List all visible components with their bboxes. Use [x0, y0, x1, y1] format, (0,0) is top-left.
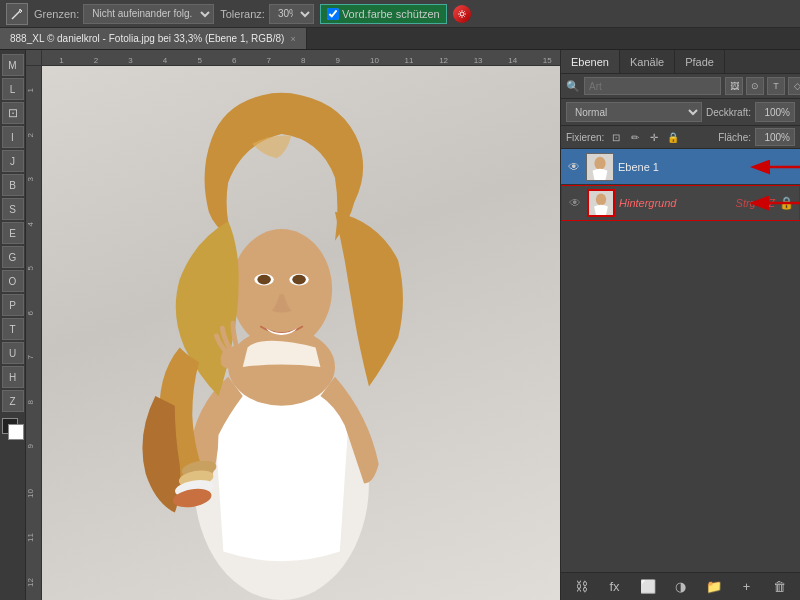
svg-point-18: [596, 194, 606, 206]
tools-panel: M L ⊡ I J B S E G O P T U H Z: [0, 50, 26, 600]
ruler-corner: [26, 50, 42, 66]
gradient-tool[interactable]: G: [2, 246, 24, 268]
brush-tool[interactable]: B: [2, 174, 24, 196]
toolbar: Grenzen: Nicht aufeinander folg. Toleran…: [0, 0, 800, 28]
toleranz-select[interactable]: 30%: [269, 4, 314, 24]
layer-thumbnail-ebene1: [586, 153, 614, 181]
text-tool[interactable]: T: [2, 318, 24, 340]
tab-kanaele[interactable]: Kanäle: [620, 50, 675, 73]
faeche-input[interactable]: [755, 128, 795, 146]
toleranz-group: Toleranz: 30%: [220, 4, 314, 24]
layer-visibility-hintergrund[interactable]: 👁: [567, 195, 583, 211]
blend-opacity-row: Normal Deckkraft:: [561, 99, 800, 126]
layer-name-hintergrund: Hintergrund: [619, 197, 728, 209]
add-mask-button[interactable]: ⬜: [638, 577, 658, 597]
grenzen-label: Grenzen:: [34, 8, 79, 20]
shape-tool[interactable]: U: [2, 342, 24, 364]
link-layers-button[interactable]: ⛓: [572, 577, 592, 597]
canvas-body: 123456789101112: [26, 66, 560, 600]
fix-all-icon[interactable]: 🔒: [665, 129, 681, 145]
fix-icon-group: ⊡ ✏ ✛ 🔒: [608, 129, 681, 145]
foreground-background-colors[interactable]: [2, 418, 24, 440]
svg-point-0: [19, 9, 21, 11]
type-filter-icon[interactable]: T: [767, 77, 785, 95]
eyedropper-tool[interactable]: I: [2, 126, 24, 148]
fix-row: Fixieren: ⊡ ✏ ✛ 🔒 Fläche:: [561, 126, 800, 149]
svg-point-1: [460, 12, 464, 16]
layer-action-bar: ⛓ fx ⬜ ◑ 📁 + 🗑: [561, 572, 800, 600]
main-layout: M L ⊡ I J B S E G O P T U H Z 1234567891…: [0, 50, 800, 600]
tab-ebenen[interactable]: Ebenen: [561, 50, 620, 73]
panel-search-bar: 🔍 🖼 ⊙ T ◇: [561, 74, 800, 99]
new-group-button[interactable]: 📁: [704, 577, 724, 597]
vordfarbe-label: Vord.farbe schützen: [342, 8, 440, 20]
tab-close-button[interactable]: ×: [290, 34, 295, 44]
photo-woman-svg: [42, 66, 560, 600]
search-icon: 🔍: [566, 79, 580, 93]
stamp-tool[interactable]: S: [2, 198, 24, 220]
ruler-row: 123456789101112131415: [26, 50, 560, 66]
tab-pfade[interactable]: Pfade: [675, 50, 725, 73]
right-panel: Ebenen Kanäle Pfade 🔍 🖼 ⊙ T ◇ Normal: [560, 50, 800, 600]
toleranz-label: Toleranz:: [220, 8, 265, 20]
add-style-button[interactable]: fx: [605, 577, 625, 597]
canvas-area: 123456789101112131415 123456789101112: [26, 50, 560, 600]
layer-item-ebene1[interactable]: 👁 Ebene 1: [561, 149, 800, 185]
delete-layer-button[interactable]: 🗑: [770, 577, 790, 597]
grenzen-select[interactable]: Nicht aufeinander folg.: [83, 4, 214, 24]
layer-visibility-ebene1[interactable]: 👁: [566, 159, 582, 175]
svg-point-9: [292, 275, 306, 285]
canvas-viewport[interactable]: [42, 66, 560, 600]
crop-tool[interactable]: ⊡: [2, 102, 24, 124]
healing-tool[interactable]: J: [2, 150, 24, 172]
image-filter-icon[interactable]: 🖼: [725, 77, 743, 95]
dodge-tool[interactable]: O: [2, 270, 24, 292]
layer-item-hintergrund[interactable]: 👁 Hintergrund Strg + Z 🔒: [561, 185, 800, 221]
svg-point-5: [231, 229, 332, 349]
horizontal-ruler: 123456789101112131415: [42, 50, 560, 66]
magic-wand-icon[interactable]: [6, 3, 28, 25]
tab-bar: 888_XL © danielkrol - Fotolia.jpg bei 33…: [0, 28, 800, 50]
panel-tabs: Ebenen Kanäle Pfade: [561, 50, 800, 74]
red-arrow-ebene1: [745, 152, 800, 182]
zoom-tool[interactable]: Z: [2, 390, 24, 412]
fix-transparent-icon[interactable]: ⊡: [608, 129, 624, 145]
new-layer-button[interactable]: +: [737, 577, 757, 597]
vordfarbe-checkbox[interactable]: [327, 8, 339, 20]
vordfarbe-checkbox-wrap[interactable]: Vord.farbe schützen: [320, 4, 447, 24]
opacity-input[interactable]: [755, 102, 795, 122]
settings-icon[interactable]: [453, 5, 471, 23]
panel-icon-buttons: 🖼 ⊙ T ◇: [725, 77, 800, 95]
tab-label: 888_XL © danielkrol - Fotolia.jpg bei 33…: [10, 33, 284, 44]
fix-label: Fixieren:: [566, 132, 604, 143]
vertical-ruler: 123456789101112: [26, 66, 42, 600]
faeche-label: Fläche:: [718, 132, 751, 143]
search-input[interactable]: [584, 77, 721, 95]
opacity-label: Deckkraft:: [706, 107, 751, 118]
add-adjustment-button[interactable]: ◑: [671, 577, 691, 597]
lasso-tool[interactable]: L: [2, 78, 24, 100]
grenzen-group: Grenzen: Nicht aufeinander folg.: [34, 4, 214, 24]
svg-point-15: [594, 156, 605, 169]
fix-brush-icon[interactable]: ✏: [627, 129, 643, 145]
layers-list: 👁 Ebene 1: [561, 149, 800, 572]
pen-tool[interactable]: P: [2, 294, 24, 316]
eraser-tool[interactable]: E: [2, 222, 24, 244]
hand-tool[interactable]: H: [2, 366, 24, 388]
red-arrow-hintergrund: [744, 188, 800, 218]
blend-mode-select[interactable]: Normal: [566, 102, 702, 122]
active-tab[interactable]: 888_XL © danielkrol - Fotolia.jpg bei 33…: [0, 28, 307, 49]
shape-filter-icon[interactable]: ◇: [788, 77, 800, 95]
adjustment-filter-icon[interactable]: ⊙: [746, 77, 764, 95]
marquee-tool[interactable]: M: [2, 54, 24, 76]
svg-point-7: [257, 275, 271, 285]
layer-thumbnail-hintergrund: [587, 189, 615, 217]
fix-move-icon[interactable]: ✛: [646, 129, 662, 145]
